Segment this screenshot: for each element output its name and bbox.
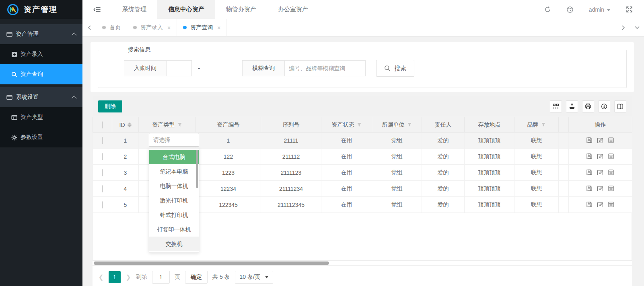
table-toolbar: 删除	[93, 96, 632, 117]
sort-icon[interactable]	[128, 123, 132, 127]
edit-icon[interactable]	[597, 137, 604, 144]
prev-page-icon[interactable]: ❮	[98, 274, 104, 281]
edit-icon[interactable]	[597, 185, 604, 192]
dropdown-scrollbar-thumb[interactable]	[196, 150, 198, 188]
tab-home[interactable]: 首页	[96, 19, 127, 36]
export-icon[interactable]	[566, 100, 578, 112]
filter-icon[interactable]	[541, 123, 546, 127]
goto-page-input[interactable]	[152, 271, 170, 284]
tab-asset-entry[interactable]: 资产录入 ×	[127, 19, 177, 36]
row-checkbox[interactable]	[102, 137, 103, 144]
filter-icon[interactable]	[177, 123, 182, 127]
tab-asset-query[interactable]: 资产查询 ×	[177, 19, 227, 36]
window-icon	[11, 114, 17, 121]
horizontal-scrollbar-thumb[interactable]	[94, 261, 329, 265]
save-icon[interactable]	[586, 201, 593, 208]
sidebar-item-label: 参数设置	[21, 134, 43, 141]
dropdown-option-desktop[interactable]: 台式电脑	[149, 150, 199, 164]
edit-icon[interactable]	[597, 153, 604, 160]
detail-icon[interactable]	[608, 169, 615, 176]
sidebar-item-parameter-settings[interactable]: 参数设置	[0, 127, 82, 147]
asset-type-dropdown: 台式电脑 笔记本电脑 电脑一体机 激光打印机 针式打印机 打复印一体机 交换机	[149, 148, 199, 253]
dropdown-option-switch[interactable]: 交换机	[149, 237, 199, 251]
app-title: 资产管理	[24, 4, 58, 15]
table-header-row: ID 资产类型 资产编号 序列号 资产状态 所属单位 责任人 存放地点 品牌 操…	[93, 117, 632, 133]
window-icon	[6, 94, 12, 100]
sidebar-group-asset-management[interactable]: 资产管理	[0, 24, 82, 44]
row-checkbox[interactable]	[102, 201, 103, 208]
tab-label: 资产查询	[190, 24, 213, 31]
filter-icon[interactable]	[407, 123, 412, 127]
dropdown-option-laptop[interactable]: 笔记本电脑	[149, 164, 199, 179]
save-icon[interactable]	[586, 185, 593, 192]
tabs-menu-icon[interactable]	[630, 19, 644, 36]
entry-date-to-input[interactable]	[206, 60, 232, 76]
row-checkbox[interactable]	[102, 185, 103, 192]
edit-icon[interactable]	[597, 169, 604, 176]
tab-label: 资产录入	[140, 24, 163, 31]
refresh-icon[interactable]	[544, 6, 551, 13]
sidebar-item-asset-type[interactable]: 资产类型	[0, 107, 82, 127]
save-icon[interactable]	[586, 137, 593, 144]
book-icon[interactable]	[614, 100, 626, 112]
detail-icon[interactable]	[608, 185, 615, 192]
cell-serial-no: 21111	[261, 133, 321, 149]
confirm-page-button[interactable]: 确定	[185, 271, 208, 284]
save-icon[interactable]	[586, 153, 593, 160]
sidebar-group-label: 系统设置	[16, 94, 39, 101]
detail-icon[interactable]	[608, 153, 615, 160]
user-menu[interactable]: admin	[589, 6, 611, 13]
tabs-scroll-left-icon[interactable]	[82, 19, 96, 36]
filter-icon[interactable]	[357, 123, 362, 127]
edit-icon[interactable]	[597, 201, 604, 208]
search-button[interactable]: 搜索	[376, 60, 414, 77]
search-legend: 搜索信息	[125, 46, 154, 53]
download-icon[interactable]	[598, 100, 610, 112]
close-tab-icon[interactable]: ×	[167, 25, 171, 31]
chevron-up-icon	[72, 96, 77, 101]
tabs-scroll-right-icon[interactable]	[617, 19, 630, 36]
sidebar-item-asset-query[interactable]: 资产查询	[0, 64, 82, 84]
save-icon[interactable]	[586, 169, 593, 176]
topnav-item-system-management[interactable]: 系统管理	[111, 0, 157, 19]
close-tab-icon[interactable]: ×	[217, 25, 220, 31]
cell-status: 在用	[321, 133, 372, 149]
main-area: 系统管理 信息中心资产 物管办资产 办公室资产 admin	[82, 0, 644, 286]
sidebar-group-label: 资产管理	[16, 31, 39, 38]
next-page-icon[interactable]: ❯	[126, 274, 131, 281]
row-checkbox[interactable]	[102, 153, 103, 160]
search-icon	[384, 65, 391, 72]
cell-brand: 联想	[514, 133, 559, 149]
theme-icon[interactable]	[566, 6, 574, 13]
columns-filter-icon[interactable]	[550, 100, 562, 112]
fuzzy-search-input[interactable]	[285, 61, 365, 76]
topnav-item-info-center-assets[interactable]: 信息中心资产	[157, 0, 215, 19]
dropdown-option-all-in-one-pc[interactable]: 电脑一体机	[149, 179, 199, 193]
fullscreen-icon[interactable]	[626, 6, 633, 13]
cell-location: 顶顶顶顶	[465, 181, 514, 197]
detail-icon[interactable]	[608, 137, 615, 144]
cell-unit: 党组	[372, 149, 422, 165]
sidebar-group-system-settings[interactable]: 系统设置	[0, 87, 82, 107]
topnav-item-property-office-assets[interactable]: 物管办资产	[215, 0, 267, 19]
print-icon[interactable]	[582, 100, 594, 112]
dropdown-option-laser-printer[interactable]: 激光打印机	[149, 193, 199, 208]
tabbar-right-controls	[617, 19, 644, 36]
detail-icon[interactable]	[608, 201, 615, 208]
cell-serial-no: 211112	[261, 149, 321, 165]
sidebar-item-asset-entry[interactable]: 资产录入	[0, 44, 82, 64]
dropdown-option-dot-matrix-printer[interactable]: 针式打印机	[149, 208, 199, 222]
page-size-select[interactable]: 10 条/页	[235, 271, 273, 284]
row-checkbox[interactable]	[102, 169, 103, 176]
asset-type-select-input[interactable]	[149, 133, 199, 147]
select-all-checkbox[interactable]	[102, 121, 103, 129]
delete-button[interactable]: 删除	[98, 100, 122, 112]
current-page-button[interactable]: 1	[109, 271, 121, 283]
cell-unit: 党组	[372, 165, 422, 181]
column-header-location: 存放地点	[465, 117, 514, 133]
cell-brand: 联想	[514, 165, 559, 181]
topnav-item-office-assets[interactable]: 办公室资产	[267, 0, 319, 19]
dropdown-option-copier-all-in-one[interactable]: 打复印一体机	[149, 222, 199, 237]
collapse-sidebar-icon[interactable]	[82, 0, 111, 19]
entry-date-from-input[interactable]	[167, 61, 191, 76]
